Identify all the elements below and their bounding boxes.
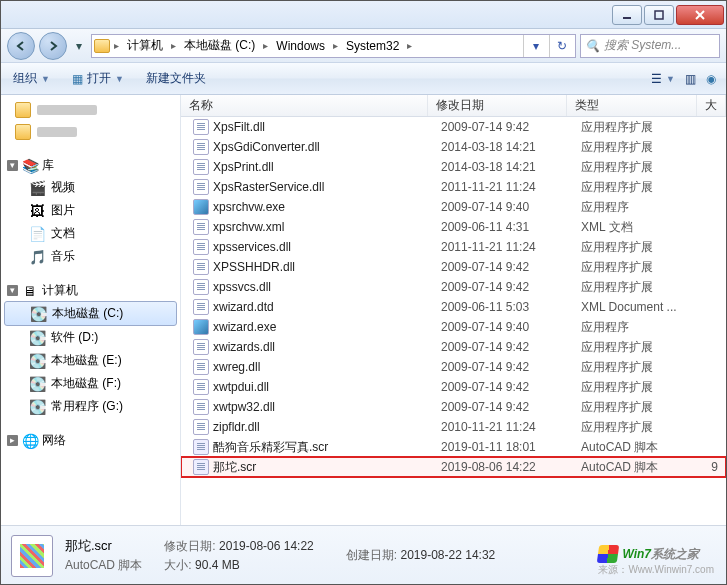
col-name[interactable]: 名称 bbox=[181, 95, 428, 116]
open-button[interactable]: ▦ 打开 ▼ bbox=[66, 67, 130, 90]
table-row[interactable]: 酷狗音乐精彩写真.scr2019-01-11 18:01AutoCAD 脚本 bbox=[181, 437, 726, 457]
help-button[interactable]: ◉ bbox=[702, 69, 720, 89]
col-date[interactable]: 修改日期 bbox=[428, 95, 567, 116]
sidebar-drive[interactable]: 💽本地磁盘 (C:) bbox=[4, 301, 177, 326]
sidebar-library-head[interactable]: ▾📚库 bbox=[1, 155, 180, 176]
breadcrumb[interactable]: ▸ 计算机▸ 本地磁盘 (C:)▸ Windows▸ System32▸ ▾ ↻ bbox=[91, 34, 576, 58]
history-dropdown[interactable]: ▾ bbox=[71, 36, 87, 56]
sidebar-computer-head[interactable]: ▾🖥计算机 bbox=[1, 280, 180, 301]
file-icon bbox=[193, 319, 209, 335]
breadcrumb-dropdown[interactable]: ▾ bbox=[523, 35, 547, 57]
table-row[interactable]: 那坨.scr2019-08-06 14:22AutoCAD 脚本9 bbox=[181, 457, 726, 477]
file-icon bbox=[193, 439, 209, 455]
windows-flag-icon bbox=[597, 545, 620, 563]
table-row[interactable]: xpssvcs.dll2009-07-14 9:42应用程序扩展 bbox=[181, 277, 726, 297]
drive-icon: 💽 bbox=[29, 353, 45, 369]
sidebar-item-图片[interactable]: 🖼图片 bbox=[1, 199, 180, 222]
library-icon: 🖼 bbox=[29, 203, 45, 219]
file-icon bbox=[193, 219, 209, 235]
toolbar: 组织 ▼ ▦ 打开 ▼ 新建文件夹 ☰ ▼ ▥ ◉ bbox=[1, 63, 726, 95]
sidebar-drive[interactable]: 💽本地磁盘 (F:) bbox=[1, 372, 180, 395]
svg-rect-1 bbox=[655, 11, 663, 19]
table-row[interactable]: xwtpw32.dll2009-07-14 9:42应用程序扩展 bbox=[181, 397, 726, 417]
selected-filetype: AutoCAD 脚本 bbox=[65, 557, 142, 574]
search-input[interactable]: 🔍 搜索 System... bbox=[580, 34, 720, 58]
refresh-button[interactable]: ↻ bbox=[549, 35, 573, 57]
file-icon bbox=[193, 159, 209, 175]
table-row[interactable]: zipfldr.dll2010-11-21 11:24应用程序扩展 bbox=[181, 417, 726, 437]
table-row[interactable]: xwizard.dtd2009-06-11 5:03XML Document .… bbox=[181, 297, 726, 317]
file-icon bbox=[193, 299, 209, 315]
minimize-button[interactable] bbox=[612, 5, 642, 25]
new-folder-button[interactable]: 新建文件夹 bbox=[140, 67, 212, 90]
file-icon bbox=[193, 279, 209, 295]
search-icon: 🔍 bbox=[585, 39, 600, 53]
file-size: 90.4 MB bbox=[195, 558, 240, 572]
file-icon bbox=[193, 179, 209, 195]
file-icon bbox=[193, 339, 209, 355]
drive-icon: 💽 bbox=[29, 399, 45, 415]
table-row[interactable]: XpsFilt.dll2009-07-14 9:42应用程序扩展 bbox=[181, 117, 726, 137]
modified-date: 2019-08-06 14:22 bbox=[219, 539, 314, 553]
sidebar-item-音乐[interactable]: 🎵音乐 bbox=[1, 245, 180, 268]
watermark: Win7系统之家 来源：Www.Winwin7.com bbox=[598, 545, 714, 577]
crumb-windows[interactable]: Windows bbox=[272, 39, 329, 53]
table-row[interactable]: XpsRasterService.dll2011-11-21 11:24应用程序… bbox=[181, 177, 726, 197]
file-icon bbox=[193, 259, 209, 275]
table-row[interactable]: xwtpdui.dll2009-07-14 9:42应用程序扩展 bbox=[181, 377, 726, 397]
file-icon bbox=[193, 359, 209, 375]
file-type-icon bbox=[11, 535, 53, 577]
file-list[interactable]: XpsFilt.dll2009-07-14 9:42应用程序扩展XpsGdiCo… bbox=[181, 117, 726, 525]
organize-menu[interactable]: 组织 ▼ bbox=[7, 67, 56, 90]
sidebar-network-head[interactable]: ▸🌐网络 bbox=[1, 430, 180, 451]
forward-button[interactable] bbox=[39, 32, 67, 60]
col-type[interactable]: 类型 bbox=[567, 95, 697, 116]
file-icon bbox=[193, 379, 209, 395]
title-bar bbox=[1, 1, 726, 29]
table-row[interactable]: XpsPrint.dll2014-03-18 14:21应用程序扩展 bbox=[181, 157, 726, 177]
preview-pane-button[interactable]: ▥ bbox=[681, 69, 700, 89]
sidebar-quick-1[interactable] bbox=[1, 99, 180, 121]
table-row[interactable]: xpsrchvw.exe2009-07-14 9:40应用程序 bbox=[181, 197, 726, 217]
created-date: 2019-08-22 14:32 bbox=[400, 548, 495, 562]
table-row[interactable]: xpsrchvw.xml2009-06-11 4:31XML 文档 bbox=[181, 217, 726, 237]
sidebar-drive[interactable]: 💽软件 (D:) bbox=[1, 326, 180, 349]
drive-icon: 💽 bbox=[29, 376, 45, 392]
crumb-system32[interactable]: System32 bbox=[342, 39, 403, 53]
collapse-icon: ▾ bbox=[7, 285, 18, 296]
sidebar-drive[interactable]: 💽常用程序 (G:) bbox=[1, 395, 180, 418]
library-icon: 🎬 bbox=[29, 180, 45, 196]
table-row[interactable]: XpsGdiConverter.dll2014-03-18 14:21应用程序扩… bbox=[181, 137, 726, 157]
maximize-button[interactable] bbox=[644, 5, 674, 25]
sidebar: ▾📚库 🎬视频🖼图片📄文档🎵音乐 ▾🖥计算机 💽本地磁盘 (C:)💽软件 (D:… bbox=[1, 95, 181, 525]
sidebar-item-文档[interactable]: 📄文档 bbox=[1, 222, 180, 245]
file-icon bbox=[193, 119, 209, 135]
close-button[interactable] bbox=[676, 5, 724, 25]
expand-icon: ▸ bbox=[7, 435, 18, 446]
library-icon: 📄 bbox=[29, 226, 45, 242]
table-row[interactable]: xwizards.dll2009-07-14 9:42应用程序扩展 bbox=[181, 337, 726, 357]
table-row[interactable]: XPSSHHDR.dll2009-07-14 9:42应用程序扩展 bbox=[181, 257, 726, 277]
column-headers: 名称 修改日期 类型 大 bbox=[181, 95, 726, 117]
drive-icon: 💽 bbox=[29, 330, 45, 346]
back-button[interactable] bbox=[7, 32, 35, 60]
sidebar-item-视频[interactable]: 🎬视频 bbox=[1, 176, 180, 199]
table-row[interactable]: xwizard.exe2009-07-14 9:40应用程序 bbox=[181, 317, 726, 337]
file-icon bbox=[193, 239, 209, 255]
sidebar-quick-2[interactable] bbox=[1, 121, 180, 143]
selected-filename: 那坨.scr bbox=[65, 537, 142, 555]
table-row[interactable]: xpsservices.dll2011-11-21 11:24应用程序扩展 bbox=[181, 237, 726, 257]
drive-icon: 💽 bbox=[30, 306, 46, 322]
crumb-computer[interactable]: 计算机 bbox=[123, 37, 167, 54]
col-size[interactable]: 大 bbox=[697, 95, 726, 116]
collapse-icon: ▾ bbox=[7, 160, 18, 171]
library-icon: 🎵 bbox=[29, 249, 45, 265]
view-options-button[interactable]: ☰ ▼ bbox=[647, 69, 679, 89]
table-row[interactable]: xwreg.dll2009-07-14 9:42应用程序扩展 bbox=[181, 357, 726, 377]
sidebar-drive[interactable]: 💽本地磁盘 (E:) bbox=[1, 349, 180, 372]
chevron-right-icon: ▸ bbox=[112, 40, 121, 51]
file-icon bbox=[193, 459, 209, 475]
file-icon bbox=[193, 419, 209, 435]
file-icon bbox=[193, 199, 209, 215]
crumb-drive-c[interactable]: 本地磁盘 (C:) bbox=[180, 37, 259, 54]
